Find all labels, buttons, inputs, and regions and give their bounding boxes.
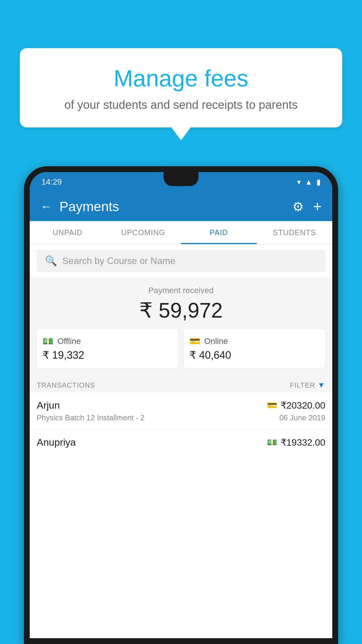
online-payment-card: 💳 Online ₹ 40,640: [184, 329, 325, 368]
tab-unpaid[interactable]: UNPAID: [30, 221, 106, 244]
transaction-name-1: Arjun: [37, 400, 60, 411]
transaction-top-1: Arjun 💳 ₹20320.00: [37, 400, 325, 411]
transaction-bottom-1: Physics Batch 12 Installment - 2 06 June…: [37, 413, 325, 422]
table-row[interactable]: Arjun 💳 ₹20320.00 Physics Batch 12 Insta…: [30, 393, 332, 430]
transaction-amount-wrap-2: 💵 ₹19332.00: [267, 437, 325, 448]
payment-total-amount: ₹ 59,972: [37, 298, 325, 323]
filter-icon: ▼: [317, 381, 325, 390]
speech-bubble: Manage fees of your students and send re…: [20, 48, 342, 127]
online-label: Online: [204, 337, 228, 346]
transaction-date-1: 06 June 2019: [279, 413, 325, 422]
app-header: ← Payments ⚙ +: [30, 192, 332, 221]
table-row[interactable]: Anupriya 💵 ₹19332.00: [30, 430, 332, 448]
search-box[interactable]: 🔍 Search by Course or Name: [37, 250, 325, 272]
tab-students[interactable]: STUDENTS: [257, 221, 333, 244]
search-container: 🔍 Search by Course or Name: [30, 244, 332, 277]
speech-bubble-title: Manage fees: [34, 66, 328, 91]
status-bar: 14:29 ▾ ▲ ▮: [30, 172, 332, 192]
online-icon: 💳: [189, 336, 200, 346]
transaction-top-2: Anupriya 💵 ₹19332.00: [37, 437, 325, 448]
payment-summary: Payment received ₹ 59,972 💵 Offline ₹ 19…: [30, 277, 332, 374]
offline-amount: ₹ 19,332: [43, 349, 173, 361]
tab-upcoming[interactable]: UPCOMING: [106, 221, 181, 244]
search-input[interactable]: Search by Course or Name: [62, 256, 175, 266]
add-icon[interactable]: +: [313, 198, 322, 215]
phone-frame: 14:29 ▾ ▲ ▮ ← Payments ⚙ + UNPAID UPCOMI…: [24, 166, 338, 644]
phone-screen: 14:29 ▾ ▲ ▮ ← Payments ⚙ + UNPAID UPCOMI…: [30, 172, 332, 638]
transaction-course-1: Physics Batch 12 Installment - 2: [37, 413, 145, 422]
tab-paid[interactable]: PAID: [181, 221, 257, 244]
signal-icon: ▲: [305, 178, 312, 187]
filter-label: FILTER: [290, 381, 315, 389]
transaction-card-icon-1: 💳: [267, 400, 277, 410]
search-icon: 🔍: [45, 255, 57, 267]
offline-label: Offline: [57, 337, 81, 346]
offline-payment-card: 💵 Offline ₹ 19,332: [37, 329, 178, 368]
header-actions: ⚙ +: [292, 198, 322, 215]
wifi-icon: ▾: [297, 178, 301, 187]
transaction-name-2: Anupriya: [37, 437, 76, 448]
offline-icon: 💵: [43, 336, 53, 346]
transaction-cash-icon-2: 💵: [267, 438, 277, 447]
transaction-amount-wrap-1: 💳 ₹20320.00: [267, 400, 325, 411]
online-amount: ₹ 40,640: [189, 349, 319, 361]
transactions-header: TRANSACTIONS FILTER ▼: [30, 374, 332, 393]
notch: [164, 172, 198, 186]
settings-icon[interactable]: ⚙: [292, 199, 304, 214]
filter-button[interactable]: FILTER ▼: [290, 381, 325, 390]
header-title: Payments: [59, 199, 292, 214]
transactions-label: TRANSACTIONS: [37, 381, 95, 389]
speech-bubble-subtitle: of your students and send receipts to pa…: [34, 98, 328, 111]
status-time: 14:29: [41, 177, 62, 187]
tabs: UNPAID UPCOMING PAID STUDENTS: [30, 221, 332, 244]
battery-icon: ▮: [317, 178, 321, 187]
back-button[interactable]: ←: [40, 200, 52, 214]
online-card-header: 💳 Online: [189, 336, 319, 346]
transaction-amount-2: ₹19332.00: [281, 437, 325, 448]
status-icons: ▾ ▲ ▮: [297, 178, 321, 187]
payment-received-label: Payment received: [37, 286, 325, 295]
transactions-list: Arjun 💳 ₹20320.00 Physics Batch 12 Insta…: [30, 393, 332, 638]
payment-cards: 💵 Offline ₹ 19,332 💳 Online ₹ 40,640: [37, 329, 325, 368]
transaction-amount-1: ₹20320.00: [281, 400, 325, 411]
offline-card-header: 💵 Offline: [43, 336, 173, 346]
